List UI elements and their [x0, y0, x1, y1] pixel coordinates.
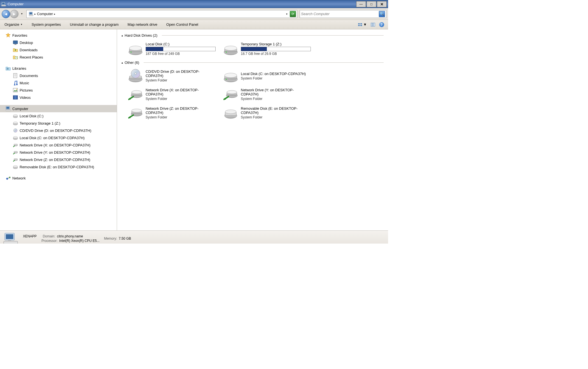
chevron-right-icon: ▸	[34, 13, 36, 15]
net-drive-icon	[128, 87, 143, 102]
toolbar-uninstall[interactable]: Uninstall or change a program	[68, 21, 120, 28]
net-drive-icon	[128, 106, 143, 120]
search-input[interactable]	[301, 12, 379, 16]
video-icon	[13, 95, 18, 100]
back-button[interactable]: ◄	[2, 10, 10, 18]
drive-type: System Folder	[241, 115, 311, 119]
drive-tile[interactable]: Local Disk (C: on DESKTOP-CDPA37H)System…	[222, 67, 312, 84]
details-memory-label: Memory:	[104, 237, 117, 240]
history-dropdown[interactable]: ▼	[20, 13, 24, 15]
close-button[interactable]: ✕	[377, 1, 387, 7]
sidebar-item-drive[interactable]: Network Drive (Z: on DESKTOP-CDPA37H)	[7, 156, 117, 163]
details-domain: citrix.phony.name	[57, 234, 83, 238]
drive-type: System Folder	[146, 97, 216, 101]
preview-pane-icon	[371, 23, 375, 27]
details-domain-label: Domain:	[43, 234, 55, 238]
drive-tile[interactable]: Removable Disk (E: on DESKTOP-CDPA37H)Sy…	[222, 104, 312, 121]
tiles-icon	[358, 23, 363, 27]
sidebar-item-drive[interactable]: Network Drive (Y: on DESKTOP-CDPA37H)	[7, 149, 117, 156]
sidebar-item-computer[interactable]: Computer	[0, 105, 117, 112]
sidebar-item-network[interactable]: Network	[0, 174, 117, 182]
sidebar-item-drive[interactable]: Network Drive (X: on DESKTOP-CDPA37H)	[7, 141, 117, 149]
details-processor-label: Processor:	[41, 239, 57, 243]
drive-tile[interactable]: Network Drive (X: on DESKTOP-CDPA37H)Sys…	[127, 86, 217, 103]
drive-type: System Folder	[146, 115, 216, 119]
navbar: ◄ ► ▼ ▸ Computer ▸ ▾ ⟳ 🔍	[0, 8, 388, 20]
drive-name: Network Drive (X: on DESKTOP-CDPA37H)	[146, 88, 216, 96]
sidebar-item-downloads[interactable]: Downloads	[7, 46, 117, 53]
computer-icon	[1, 2, 6, 6]
collapse-icon: ▴	[122, 61, 123, 64]
document-icon	[13, 73, 18, 78]
sidebar-favorites-header[interactable]: Favorites	[0, 32, 117, 39]
downloads-icon	[13, 47, 18, 52]
computer-icon	[6, 106, 11, 111]
network-icon	[6, 176, 11, 181]
music-icon	[13, 80, 18, 85]
organize-menu[interactable]: Organize▼	[3, 21, 24, 28]
refresh-button[interactable]: ⟳	[290, 11, 296, 17]
chevron-down-icon: ▼	[363, 22, 367, 27]
forward-button[interactable]: ►	[10, 10, 18, 18]
search-button[interactable]: 🔍	[379, 11, 385, 17]
sidebar-item-drive[interactable]: Local Disk (C:)	[7, 112, 117, 120]
sidebar-item-desktop[interactable]: Desktop	[7, 39, 117, 46]
usage-bar	[241, 47, 311, 51]
sidebar-item-drive[interactable]: Temporary Storage 1 (Z:)	[7, 120, 117, 127]
toolbar-map-network[interactable]: Map network drive	[126, 21, 159, 28]
sidebar-item-documents[interactable]: Documents	[7, 72, 117, 79]
sidebar-libraries-header[interactable]: Libraries	[0, 65, 117, 72]
help-button[interactable]: ?	[378, 22, 385, 28]
chevron-right-icon: ▸	[54, 13, 55, 15]
drive-tile[interactable]: Temporary Storage 1 (Z:)18.7 GB free of …	[222, 40, 312, 57]
drive-tile[interactable]: CD/DVD Drive (D: on DESKTOP-CDPA37H)Syst…	[127, 67, 217, 84]
drive-name: Removable Disk (E: on DESKTOP-CDPA37H)	[241, 106, 311, 115]
search-box[interactable]: 🔍	[300, 10, 386, 18]
drive-type: System Folder	[241, 97, 311, 101]
view-options-button[interactable]: ▼	[357, 22, 368, 27]
drive-type: System Folder	[146, 78, 216, 82]
group-header-hdd[interactable]: ▴ Hard Disk Drives (2)	[122, 33, 384, 38]
recent-icon	[13, 55, 18, 60]
drive-tile[interactable]: Network Drive (Y: on DESKTOP-CDPA37H)Sys…	[222, 86, 312, 103]
content-pane: ▴ Hard Disk Drives (2) Local Disk (C:)18…	[117, 29, 388, 230]
sidebar-item-pictures[interactable]: Pictures	[7, 87, 117, 94]
window-title: Computer	[8, 2, 356, 6]
removable-drive-icon	[223, 106, 238, 120]
address-segment-computer[interactable]: ▸ Computer ▸	[28, 12, 57, 16]
sidebar-item-videos[interactable]: Videos	[7, 94, 117, 101]
drive-icon	[13, 143, 18, 148]
details-name: XENAPP	[23, 234, 37, 238]
hdd-icon	[128, 41, 143, 56]
hdd-icon	[223, 41, 238, 56]
details-processor: Intel(R) Xeon(R) CPU E5...	[59, 239, 99, 243]
drive-icon	[13, 164, 18, 169]
address-bar[interactable]: ▸ Computer ▸ ▾ ⟳	[26, 10, 297, 18]
collapse-icon: ▴	[122, 34, 123, 37]
drive-icon	[13, 121, 18, 126]
maximize-button[interactable]: □	[367, 1, 376, 7]
usage-bar	[146, 47, 216, 51]
preview-pane-button[interactable]	[370, 22, 376, 27]
drive-tile[interactable]: Local Disk (C:)187 GB free of 249 GB	[127, 40, 217, 57]
minimize-button[interactable]: —	[356, 1, 366, 7]
toolbar: Organize▼ System properties Uninstall or…	[0, 20, 388, 29]
drive-name: Network Drive (Z: on DESKTOP-CDPA37H)	[146, 106, 216, 115]
group-header-other[interactable]: ▴ Other (6)	[122, 60, 384, 65]
toolbar-system-properties[interactable]: System properties	[30, 21, 63, 28]
drive-icon	[13, 128, 18, 133]
help-icon: ?	[379, 22, 384, 27]
sidebar-item-recent[interactable]: Recent Places	[7, 53, 117, 61]
toolbar-control-panel[interactable]: Open Control Panel	[165, 21, 200, 28]
address-dropdown[interactable]: ▾	[284, 13, 289, 15]
star-icon	[6, 33, 11, 38]
sidebar-item-music[interactable]: Music	[7, 79, 117, 87]
address-label: Computer	[37, 12, 53, 16]
sidebar-item-drive[interactable]: Local Disk (C: on DESKTOP-CDPA37H)	[7, 134, 117, 141]
sidebar-item-drive[interactable]: Removable Disk (E: on DESKTOP-CDPA37H)	[7, 163, 117, 171]
sidebar-item-drive[interactable]: CD/DVD Drive (D: on DESKTOP-CDPA37H)	[7, 127, 117, 134]
drive-tile[interactable]: Network Drive (Z: on DESKTOP-CDPA37H)Sys…	[127, 104, 217, 121]
details-memory: 7.50 GB	[119, 237, 131, 240]
drive-name: Local Disk (C: on DESKTOP-CDPA37H)	[241, 72, 311, 76]
drive-name: Network Drive (Y: on DESKTOP-CDPA37H)	[241, 88, 311, 96]
